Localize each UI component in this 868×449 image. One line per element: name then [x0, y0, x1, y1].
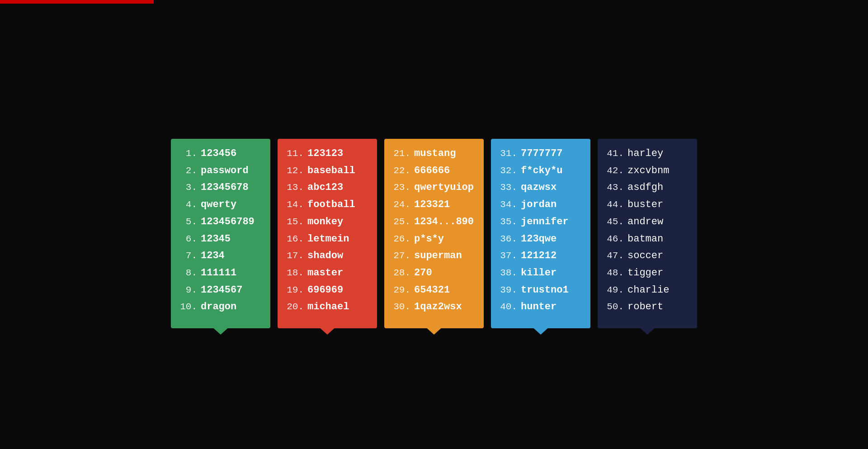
list-item: 4.qwerty — [180, 198, 261, 212]
item-number: 49. — [607, 284, 624, 297]
col-red: 11.12312312.baseball13.abc12314.football… — [278, 139, 377, 328]
item-number: 43. — [607, 181, 624, 194]
item-number: 45. — [607, 216, 624, 228]
item-number: 2. — [180, 165, 197, 177]
columns-container: 1.1234562.password3.123456784.qwerty5.12… — [171, 139, 697, 328]
item-number: 47. — [607, 250, 624, 262]
item-value: baseball — [307, 164, 355, 178]
item-number: 3. — [180, 181, 197, 194]
item-value: trustno1 — [521, 284, 569, 297]
item-number: 36. — [500, 233, 517, 246]
item-value: 12345678 — [201, 181, 249, 194]
list-item: 47.soccer — [607, 249, 688, 263]
item-number: 24. — [393, 199, 410, 211]
item-value: password — [201, 164, 249, 178]
item-number: 23. — [393, 181, 410, 194]
list-item: 42.zxcvbnm — [607, 164, 688, 178]
item-value: 123456789 — [201, 215, 255, 229]
item-value: jordan — [521, 198, 557, 212]
list-item: 22.666666 — [393, 164, 475, 178]
item-value: harley — [627, 147, 663, 161]
list-item: 12.baseball — [287, 164, 368, 178]
item-number: 30. — [393, 301, 410, 313]
item-number: 1. — [180, 147, 197, 160]
item-value: 12345 — [201, 232, 231, 246]
item-number: 50. — [607, 301, 624, 313]
item-number: 38. — [500, 267, 517, 279]
item-value: 1234 — [201, 249, 225, 263]
item-number: 41. — [607, 147, 624, 160]
item-value: dragon — [201, 300, 236, 314]
item-value: 7777777 — [521, 147, 562, 161]
item-number: 39. — [500, 284, 517, 297]
item-value: superman — [414, 249, 462, 263]
item-value: 1qaz2wsx — [414, 300, 462, 314]
list-item: 6.12345 — [180, 232, 261, 246]
item-value: 654321 — [414, 284, 450, 297]
item-value: qwertyuiop — [414, 181, 474, 194]
list-item: 31.7777777 — [500, 147, 581, 161]
item-value: 666666 — [414, 164, 450, 178]
item-value: letmein — [307, 232, 349, 246]
list-item: 23.qwertyuiop — [393, 181, 475, 194]
item-number: 22. — [393, 165, 410, 177]
item-number: 25. — [393, 216, 410, 228]
item-value: 696969 — [307, 284, 343, 297]
item-value: soccer — [627, 249, 663, 263]
list-item: 45.andrew — [607, 215, 688, 229]
item-value: abc123 — [307, 181, 343, 194]
item-value: zxcvbnm — [627, 164, 669, 178]
list-item: 41.harley — [607, 147, 688, 161]
item-value: charlie — [627, 284, 669, 297]
item-value: 123321 — [414, 198, 450, 212]
item-value: killer — [521, 266, 557, 280]
item-value: batman — [627, 232, 663, 246]
list-item: 3.12345678 — [180, 181, 261, 194]
item-number: 32. — [500, 165, 517, 177]
col-orange: 21.mustang22.66666623.qwertyuiop24.12332… — [384, 139, 484, 328]
item-number: 48. — [607, 267, 624, 279]
item-number: 16. — [287, 233, 304, 246]
list-item: 15.monkey — [287, 215, 368, 229]
list-item: 33.qazwsx — [500, 181, 581, 194]
item-number: 44. — [607, 199, 624, 211]
item-number: 4. — [180, 199, 197, 211]
col-green: 1.1234562.password3.123456784.qwerty5.12… — [171, 139, 270, 328]
item-value: buster — [627, 198, 663, 212]
item-number: 11. — [287, 147, 304, 160]
list-item: 40.hunter — [500, 300, 581, 314]
item-number: 20. — [287, 301, 304, 313]
list-item: 1.123456 — [180, 147, 261, 161]
item-value: 1234...890 — [414, 215, 474, 229]
list-item: 29.654321 — [393, 284, 475, 297]
list-item: 32.f*cky*u — [500, 164, 581, 178]
list-item: 17.shadow — [287, 249, 368, 263]
item-number: 7. — [180, 250, 197, 262]
item-number: 31. — [500, 147, 517, 160]
list-item: 39.trustno1 — [500, 284, 581, 297]
item-value: qwerty — [201, 198, 236, 212]
item-number: 42. — [607, 165, 624, 177]
item-value: p*s*y — [414, 232, 444, 246]
list-item: 50.robert — [607, 300, 688, 314]
item-value: andrew — [627, 215, 663, 229]
item-number: 28. — [393, 267, 410, 279]
item-value: qazwsx — [521, 181, 557, 194]
list-item: 26.p*s*y — [393, 232, 475, 246]
col-dark: 41.harley42.zxcvbnm43.asdfgh44.buster45.… — [598, 139, 697, 328]
list-item: 38.killer — [500, 266, 581, 280]
item-value: 121212 — [521, 249, 557, 263]
list-item: 8.111111 — [180, 266, 261, 280]
top-bar — [0, 0, 154, 4]
item-number: 29. — [393, 284, 410, 297]
col-blue: 31.777777732.f*cky*u33.qazwsx34.jordan35… — [491, 139, 590, 328]
item-number: 37. — [500, 250, 517, 262]
item-value: tigger — [627, 266, 663, 280]
list-item: 14.football — [287, 198, 368, 212]
list-item: 44.buster — [607, 198, 688, 212]
list-item: 11.123123 — [287, 147, 368, 161]
list-item: 34.jordan — [500, 198, 581, 212]
item-value: hunter — [521, 300, 557, 314]
item-number: 18. — [287, 267, 304, 279]
list-item: 49.charlie — [607, 284, 688, 297]
